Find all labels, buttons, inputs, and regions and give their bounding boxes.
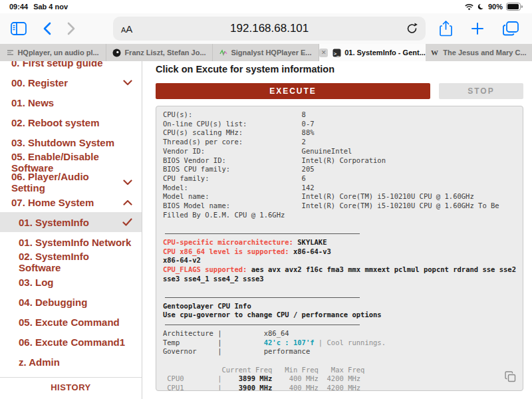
sidebar-item-label: 05. Excute Command: [19, 317, 120, 328]
sidebar-item-04-debugging[interactable]: 04. Debugging: [0, 292, 142, 312]
url-text[interactable]: 192.168.68.101: [132, 22, 406, 35]
sidebar-item-03-shutdown-system[interactable]: 03. Shutdown System: [0, 132, 142, 152]
sidebar-menu: 0. First setup guide00. Register01. News…: [0, 61, 142, 399]
moon-icon: [477, 3, 485, 11]
terminal-line: Gentooplayer CPU Info: [163, 302, 516, 311]
battery-percent: 90%: [488, 3, 503, 11]
history-button[interactable]: HISTORY: [0, 377, 142, 397]
battery-icon: [506, 3, 523, 11]
sidebar-item-06-excute-command1[interactable]: 06. Excute Command1: [0, 332, 142, 352]
terminal-line: BIOS Vendor ID: Intel(R) Corporation: [163, 156, 516, 166]
sidebar-item-label: 06. Player/Audio Setting: [11, 171, 123, 194]
terminal-line: CPU x86_64 level is supported: x86-64-v3: [163, 247, 516, 257]
svg-text:W: W: [431, 49, 438, 57]
sidebar-item-01-systeminfo[interactable]: 01. SystemInfo: [0, 212, 142, 232]
sidebar-item-label: 00. Register: [11, 77, 68, 88]
sidebar-item-06-player-audio-setting[interactable]: 06. Player/Audio Setting: [0, 172, 142, 192]
tab-label: HQplayer, un audio pl...: [17, 49, 98, 57]
address-bar[interactable]: AA 192.168.68.101: [113, 17, 426, 41]
clock: 09:44: [9, 3, 28, 11]
tab-5[interactable]: WThe Jesus and Mary C...: [426, 44, 532, 61]
sidebar-item-label: 03. Log: [19, 277, 54, 288]
tab-4[interactable]: ✕>_01. SystemInfo - Gent...: [319, 44, 426, 61]
terminal-line: CPU(s) scaling MHz: 88%: [163, 128, 516, 138]
hqplayer-icon: [7, 49, 14, 56]
sidebar-item-02-systeminfo-software[interactable]: 02. SystemInfo Software: [0, 252, 142, 272]
forward-icon[interactable]: [67, 22, 76, 35]
tabs-overview-icon[interactable]: [503, 21, 519, 36]
execute-button[interactable]: EXECUTE: [156, 83, 430, 99]
sidebar-item-label: 07. Home System: [11, 197, 94, 208]
sidebar-item-01-systeminfo-network[interactable]: 01. SystemInfo Network: [0, 232, 142, 252]
sidebar-item-00-register[interactable]: 00. Register: [0, 72, 142, 92]
text-size-button[interactable]: AA: [121, 23, 132, 35]
close-icon[interactable]: ✕: [319, 49, 328, 57]
terminal-line: Filled By O.E.M. CPU @ 1.6GHz: [163, 211, 516, 220]
terminal-icon: >_: [332, 49, 341, 57]
copy-icon[interactable]: [505, 371, 516, 385]
new-tab-icon[interactable]: [471, 22, 484, 35]
chevron-up-icon[interactable]: [123, 200, 132, 205]
terminal-line: Temp | 42'c : 107'f | Cool runnings.: [163, 338, 516, 348]
ipad-safari-screen: 09:44 Sab 4 nov 90%: [0, 0, 532, 399]
stop-button[interactable]: STOP: [439, 83, 523, 99]
tab-2[interactable]: Franz Liszt, Stefan Jo...: [106, 44, 213, 61]
tab-1[interactable]: HQplayer, un audio pl...: [0, 44, 106, 61]
sidebar-item-label: 01. News: [11, 97, 54, 108]
sidebar-item-label: 03. Shutdown System: [11, 137, 114, 148]
wifi-icon: [464, 3, 474, 11]
tab-label: The Jesus and Mary C...: [443, 49, 526, 57]
tab-label: 01. SystemInfo - Gent...: [344, 49, 426, 57]
tab-strip: HQplayer, un audio pl...Franz Liszt, Ste…: [0, 44, 532, 61]
sidebar-toggle-icon[interactable]: [11, 22, 27, 35]
terminal-line: On-line CPU(s) list: 0-7: [163, 120, 516, 129]
terminal-line: CPU family: 6: [163, 174, 516, 184]
sidebar-item-02-reboot-system[interactable]: 02. Reboot system: [0, 112, 142, 132]
sidebar-item-label: 05. Enable/Disable Software: [11, 151, 132, 174]
sidebar-item-0-first-setup-guide[interactable]: 0. First setup guide: [0, 61, 142, 72]
terminal-line: Thread(s) per core: 2: [163, 138, 516, 147]
sidebar-item-label: 0. First setup guide: [11, 61, 103, 68]
tab-3[interactable]: Signalyst HQPlayer E...: [213, 44, 319, 61]
sidebar-item-label: z. Admin: [19, 356, 60, 368]
sidebar-item-01-news[interactable]: 01. News: [0, 92, 142, 112]
terminal-divider: [163, 229, 516, 238]
terminal-line: x86-64-v2: [163, 256, 516, 265]
tab-label: Signalyst HQPlayer E...: [231, 49, 311, 57]
sidebar-item-label: 01. SystemInfo Network: [19, 237, 131, 248]
terminal-line: BIOS CPU family: 205: [163, 165, 516, 174]
sidebar-item-05-excute-command[interactable]: 05. Excute Command: [0, 312, 142, 332]
sidebar-item-03-log[interactable]: 03. Log: [0, 272, 142, 292]
sidebar-item-label: 01. SystemInfo: [19, 217, 89, 228]
date: Sab 4 nov: [33, 3, 68, 11]
terminal-line: Current Freq Min Freq Max Freq: [163, 366, 516, 375]
chevron-down-icon[interactable]: [123, 80, 132, 86]
back-icon[interactable]: [43, 22, 51, 35]
wikipedia-icon: W: [431, 49, 440, 57]
sidebar-item-05-enable-disable-software[interactable]: 05. Enable/Disable Software: [0, 152, 142, 172]
terminal-line: Use cpu-governor to change CPU / perform…: [163, 311, 516, 320]
status-bar: 09:44 Sab 4 nov 90%: [0, 0, 532, 13]
terminal-line: Architecture | x86_64: [163, 329, 516, 338]
terminal-line: Governor | performance: [163, 347, 516, 356]
sidebar-item-label: 02. SystemInfo Software: [19, 251, 132, 273]
terminal-line: Vendor ID: GenuineIntel: [163, 147, 516, 156]
main-content: Click on Excute for system information E…: [142, 61, 532, 399]
terminal-line: CPU_FLAGS supported: aes avx avx2 f16c f…: [163, 265, 516, 275]
terminal-line: sse3 sse4_1 sse4_2 ssse3: [163, 275, 516, 284]
waveform-icon: [219, 49, 227, 57]
sidebar-item-label: 04. Debugging: [19, 297, 87, 308]
terminal-line: CPU(s): 8: [163, 110, 516, 120]
browser-toolbar: AA 192.168.68.101: [0, 13, 532, 44]
sidebar-item-z-admin[interactable]: z. Admin: [0, 352, 142, 372]
terminal-line: [163, 356, 516, 366]
terminal-line: CPU-specific microarchitecture: SKYLAKE: [163, 238, 516, 247]
share-icon[interactable]: [440, 21, 452, 37]
sidebar-item-07-home-system[interactable]: 07. Home System: [0, 192, 142, 212]
chevron-down-icon[interactable]: [123, 180, 132, 186]
terminal-line: [163, 219, 516, 229]
terminal-divider: [163, 293, 516, 302]
terminal-divider: [163, 320, 516, 329]
reload-icon[interactable]: [406, 23, 418, 35]
terminal-line: Model: 142: [163, 184, 516, 193]
